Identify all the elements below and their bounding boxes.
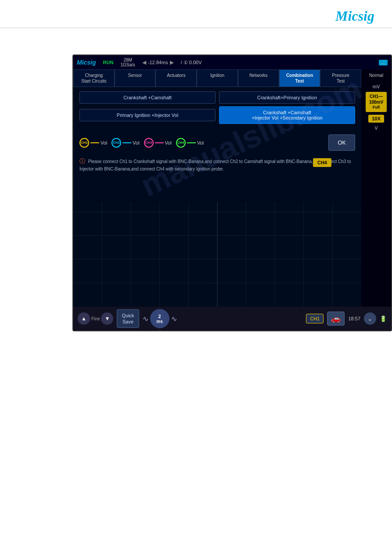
time-value: 2 bbox=[158, 314, 161, 319]
test-options: Crankshaft +Camshaft Crankshaft+Primary … bbox=[73, 87, 361, 131]
ch1-line bbox=[90, 142, 99, 143]
scope-brand-logo: Micsig bbox=[77, 59, 96, 66]
waveform-area-bottom: CH4 bbox=[73, 176, 361, 202]
tab-charging-start[interactable]: Charging Start Circuits bbox=[73, 69, 115, 87]
trigger-info: / ① 0.00V bbox=[181, 60, 202, 65]
ch3-vol-label: Vol bbox=[165, 140, 172, 145]
mv-unit-label: mV bbox=[373, 84, 380, 89]
fine-label: Fine bbox=[91, 316, 100, 321]
ch4-line bbox=[187, 142, 196, 143]
ch1-scale-box[interactable]: CH1— 100mV Full bbox=[366, 92, 387, 112]
test-crankshaft-full[interactable]: Crankshaft +Camshaft+Injector Vol +Secon… bbox=[219, 106, 355, 124]
ch1-circle: CH1 bbox=[79, 138, 89, 148]
test-primary-injector[interactable]: Primary Ignition +Injector Vol bbox=[79, 109, 216, 121]
oscilloscope-display: Micsig RUN 28M 1GSa/s ◀ -12.84ms ▶ / ① 0… bbox=[72, 54, 392, 331]
time-offset-value: -12.84ms bbox=[148, 60, 168, 65]
ch2-line bbox=[122, 142, 131, 143]
tab-actuators[interactable]: Actuators bbox=[155, 69, 197, 87]
scope-topbar: Micsig RUN 28M 1GSa/s ◀ -12.84ms ▶ / ① 0… bbox=[73, 55, 391, 69]
ch4-indicator: CH4 Vol bbox=[176, 138, 204, 148]
ch-highlight-badge: ... bbox=[379, 60, 388, 65]
decrement-button[interactable]: ▼ bbox=[101, 312, 113, 325]
scope-right-panel: Normal mV CH1— 100mV Full 10X V bbox=[361, 69, 391, 307]
ch4-label-box[interactable]: CH4 bbox=[313, 158, 331, 167]
brand-logo: Micsig bbox=[335, 8, 374, 24]
test-crankshaft-camshaft[interactable]: Crankshaft +Camshaft bbox=[79, 91, 216, 104]
ch1-bottom-select[interactable]: CH1 bbox=[306, 314, 324, 323]
ch2-indicator: CH2 Vol bbox=[111, 138, 139, 148]
rising-edge-icon[interactable]: ∿ bbox=[143, 315, 148, 323]
ch4-vol-label: Vol bbox=[197, 140, 204, 145]
ch2-vol-label: Vol bbox=[133, 140, 139, 145]
tab-sensor[interactable]: Sensor bbox=[115, 69, 156, 87]
tab-combination-test[interactable]: Combination Test bbox=[279, 69, 320, 87]
probe-ratio-box[interactable]: 10X bbox=[368, 115, 384, 123]
trigger-mode-label: Normal bbox=[369, 73, 383, 78]
run-status: RUN bbox=[103, 60, 114, 65]
timebase-controls: ∿ 2 ms ∿ bbox=[143, 309, 177, 328]
falling-edge-icon[interactable]: ∿ bbox=[171, 315, 177, 323]
tab-ignition[interactable]: Ignition bbox=[197, 69, 238, 87]
grid-wrapper: 1 Charging Start Circuits Sensor Actuato… bbox=[73, 69, 361, 307]
ch1-vol-label: Vol bbox=[101, 140, 107, 145]
ch1-indicator: CH1 Vol bbox=[79, 138, 107, 148]
left-arrow-icon[interactable]: ◀ bbox=[142, 59, 146, 65]
channel-connection-row: CH1 Vol CH2 Vol CH3 Vol bbox=[73, 131, 361, 154]
ch1-label: CH1— bbox=[369, 94, 383, 99]
increment-button[interactable]: ▲ bbox=[78, 312, 90, 325]
ch3-indicator: CH3 Vol bbox=[144, 138, 172, 148]
trigger-value: 0.00V bbox=[189, 60, 202, 65]
ch1-coupling: Full bbox=[369, 105, 383, 110]
sample-rate: 28M 1GSa/s bbox=[120, 58, 135, 67]
time-navigation: ◀ -12.84ms ▶ bbox=[142, 59, 174, 65]
page-header: Micsig bbox=[0, 0, 392, 28]
info-message-text: Please connect Ch1 to Crankshaft signal … bbox=[79, 159, 351, 171]
timebase-dial[interactable]: 2 ms bbox=[150, 309, 169, 328]
scope-bottom-toolbar: ▲ Fine ▼ QuickSave ∿ 2 ms ∿ CH1 🚗 18:57 … bbox=[73, 307, 391, 330]
scope-menu-tabs[interactable]: Charging Start Circuits Sensor Actuators… bbox=[73, 69, 361, 87]
fine-adjustment-controls: ▲ Fine ▼ bbox=[78, 312, 113, 325]
ch2-circle: CH2 bbox=[111, 138, 121, 148]
right-arrow-icon[interactable]: ▶ bbox=[170, 59, 174, 65]
tab-networks[interactable]: Networks bbox=[238, 69, 279, 87]
info-icon: ⓘ bbox=[79, 158, 85, 164]
scope-grid-area: 1 Charging Start Circuits Sensor Actuato… bbox=[73, 69, 361, 307]
test-row-1: Crankshaft +Camshaft Crankshaft+Primary … bbox=[79, 91, 355, 104]
expand-button[interactable]: ⌄ bbox=[364, 312, 376, 325]
ch3-circle: CH3 bbox=[144, 138, 154, 148]
ok-button[interactable]: OK bbox=[328, 134, 355, 151]
ch4-circle: CH4 bbox=[176, 138, 186, 148]
test-row-2: Primary Ignition +Injector Vol Crankshaf… bbox=[79, 106, 355, 124]
tab-pressure-test[interactable]: Pressure Test bbox=[320, 69, 361, 87]
v-unit-label: V bbox=[374, 125, 378, 131]
test-crankshaft-primary[interactable]: Crankshaft+Primary Ignition bbox=[219, 91, 355, 104]
time-unit-label: ms bbox=[156, 319, 162, 324]
scope-main-area: 1 Charging Start Circuits Sensor Actuato… bbox=[73, 69, 391, 307]
battery-icon: 🔋 bbox=[380, 316, 387, 322]
quick-save-button[interactable]: QuickSave bbox=[117, 309, 139, 328]
clock-display: 18:57 bbox=[348, 316, 360, 321]
car-icon-button[interactable]: 🚗 bbox=[327, 312, 345, 326]
ch1-scale-value: 100mV bbox=[369, 99, 383, 105]
ch3-line bbox=[155, 142, 164, 143]
